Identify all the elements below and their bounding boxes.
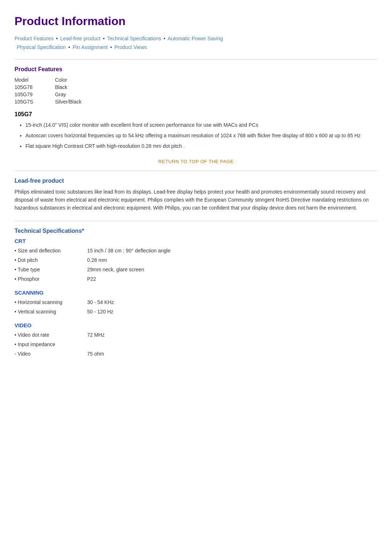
spec-row: • Vertical scanning 50 - 120 Hz: [15, 308, 377, 316]
list-item: Flat square High Contrast CRT with high-…: [25, 142, 377, 150]
model-table: Model Color 105G78 Black 105G79 Gray 105…: [15, 76, 103, 105]
list-item: Autoscan covers horizontal frequencies u…: [25, 132, 377, 139]
nav-link-pin-assignment[interactable]: Pin Assignment: [73, 44, 108, 50]
spec-label-videodotrate: • Video dot rate: [15, 331, 87, 339]
spec-value-tubetype: 29mm neck, glare screen: [87, 266, 144, 274]
divider-1: [15, 59, 377, 60]
spec-row: • Input impedance: [15, 341, 377, 348]
page-title: Product Information: [15, 15, 377, 28]
lead-free-section: Lead-free product Philips eliminated tox…: [15, 178, 377, 212]
nav-link-product-views[interactable]: Product Views: [114, 44, 147, 50]
spec-value-video-ohm: 75 ohm: [87, 350, 104, 358]
spec-row: • Phosphor P22: [15, 275, 377, 283]
nav-link-physical-spec[interactable]: Physical Specification: [17, 44, 66, 50]
return-to-top[interactable]: RETURN TO TOP OF THE PAGE: [15, 159, 377, 164]
spec-label-vert: • Vertical scanning: [15, 308, 87, 316]
spec-row: • Size and deflection 15 inch / 38 cm ; …: [15, 247, 377, 255]
table-row: 105G78 Black: [15, 84, 103, 91]
list-item: 15-inch (14.0" VIS) color monitor with e…: [25, 121, 377, 129]
spec-row: - Video 75 ohm: [15, 350, 377, 358]
spec-row: • Dot pitch 0.28 mm: [15, 256, 377, 264]
model-105g78: 105G78: [15, 84, 55, 91]
spec-value-dotpitch: 0.28 mm: [87, 256, 107, 264]
spec-label-inputimpedance: • Input impedance: [15, 341, 87, 348]
color-silver-black: Silver/Black: [55, 98, 103, 105]
col-header-model: Model: [15, 76, 55, 84]
nav-link-product-features[interactable]: Product Features: [15, 36, 53, 41]
product-features-section: Product Features Model Color 105G78 Blac…: [15, 66, 377, 150]
spec-row: • Horizontal scanning 30 - 54 KHz: [15, 299, 377, 306]
nav-link-tech-specs[interactable]: Technical Specifications: [107, 36, 161, 41]
col-header-color: Color: [55, 76, 103, 84]
scanning-title: SCANNING: [15, 289, 377, 296]
spec-label-video-ohm: - Video: [15, 350, 87, 358]
lead-free-title: Lead-free product: [15, 178, 377, 184]
spec-row: • Video dot rate 72 MHz: [15, 331, 377, 339]
spec-value-phosphor: P22: [87, 275, 96, 283]
spec-label-phosphor: • Phosphor: [15, 275, 87, 283]
nav-link-lead-free[interactable]: Lead-free product: [60, 36, 101, 41]
video-subsection: VIDEO • Video dot rate 72 MHz • Input im…: [15, 322, 377, 358]
spec-value-videodotrate: 72 MHz: [87, 331, 105, 339]
tech-specs-section: Technical Specifications* CRT • Size and…: [15, 228, 377, 358]
crt-subsection: CRT • Size and deflection 15 inch / 38 c…: [15, 238, 377, 283]
divider-3: [15, 221, 377, 221]
spec-row: • Tube type 29mm neck, glare screen: [15, 266, 377, 274]
model-105g79: 105G79: [15, 91, 55, 98]
product-model-name: 105G7: [15, 111, 377, 118]
nav-link-power-saving[interactable]: Automatic Power Saving: [168, 36, 223, 41]
color-black: Black: [55, 84, 103, 91]
table-header-row: Model Color: [15, 76, 103, 84]
model-105g7s: 105G7S: [15, 98, 55, 105]
spec-label-tubetype: • Tube type: [15, 266, 87, 274]
spec-label-dotpitch: • Dot pitch: [15, 256, 87, 264]
color-gray: Gray: [55, 91, 103, 98]
table-row: 105G7S Silver/Black: [15, 98, 103, 105]
divider-2: [15, 171, 377, 171]
return-to-top-link[interactable]: RETURN TO TOP OF THE PAGE: [158, 159, 233, 164]
crt-title: CRT: [15, 238, 377, 244]
tech-specs-title: Technical Specifications*: [15, 228, 377, 234]
video-title: VIDEO: [15, 322, 377, 328]
feature-list: 15-inch (14.0" VIS) color monitor with e…: [15, 121, 377, 150]
scanning-subsection: SCANNING • Horizontal scanning 30 - 54 K…: [15, 289, 377, 316]
table-row: 105G79 Gray: [15, 91, 103, 98]
spec-value-vert: 50 - 120 Hz: [87, 308, 113, 316]
spec-label-size: • Size and deflection: [15, 247, 87, 255]
spec-value-horiz: 30 - 54 KHz: [87, 299, 114, 306]
spec-value-size: 15 inch / 38 cm ; 90° deflection angle: [87, 247, 171, 255]
lead-free-text: Philips eliminated toxic substances like…: [15, 188, 377, 212]
spec-label-horiz: • Horizontal scanning: [15, 299, 87, 306]
nav-links: Product Features • Lead-free product • T…: [15, 35, 377, 52]
product-features-title: Product Features: [15, 66, 377, 73]
